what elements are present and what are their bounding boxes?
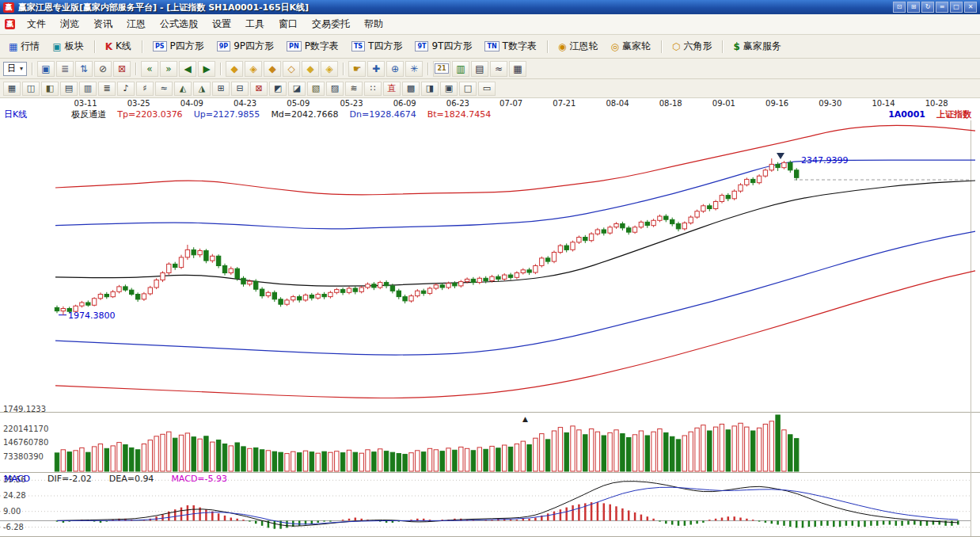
t-number-table-button[interactable]: TNT数字表 [479, 37, 542, 55]
period-selector[interactable]: 日▾ [3, 62, 27, 76]
toolbar-separator [220, 63, 221, 75]
gann-diamond-5-button[interactable]: ◆ [302, 61, 319, 77]
list-lines-button[interactable]: ≣ [98, 82, 116, 96]
titlebar-button-5[interactable]: □ [950, 2, 963, 13]
sectors-button[interactable]: ▣板块 [47, 37, 89, 55]
rect-tool-button[interactable]: ▭ [478, 82, 496, 96]
date-axis: 03-1103-2504-0904-2305-0905-2306-0906-23… [0, 98, 980, 109]
menu-item-3[interactable]: 资讯 [86, 14, 120, 34]
x-square-button[interactable]: ⊠ [250, 82, 268, 96]
next-bar-button[interactable]: ▶ [198, 61, 215, 77]
menu-item-1[interactable]: 文件 [20, 14, 53, 34]
gann-grid-button[interactable]: ▦ [3, 82, 21, 96]
titlebar-button-4[interactable]: ≡ [936, 2, 948, 13]
gann-diamond-4-button[interactable]: ◇ [283, 61, 300, 77]
menu-item-5[interactable]: 公式选股 [153, 14, 205, 34]
pattern-tool-button[interactable]: ▣ [37, 61, 55, 77]
wave-chart-button[interactable]: ≈ [490, 61, 507, 77]
note-symbol-button[interactable]: ♪ [117, 82, 135, 96]
menu-item-9[interactable]: 交易委托 [305, 14, 357, 34]
zoom-tool-button[interactable]: ⊕ [386, 61, 404, 77]
hexagon-button[interactable]: ⬡六角形 [667, 37, 717, 55]
corner-square-1-button-icon: ◩ [274, 84, 282, 93]
triangle-left-button-icon: ◭ [180, 84, 186, 93]
svg-text:1749.1233: 1749.1233 [3, 405, 46, 413]
p-number-table-button[interactable]: PNP数字表 [281, 37, 344, 55]
gann-diamond-6-button[interactable]: ◈ [321, 61, 338, 77]
gann-diamond-2-button[interactable]: ◈ [245, 61, 262, 77]
hand-tool-button[interactable]: ☛ [348, 61, 366, 77]
vertical-ruler-button[interactable]: 直 [383, 82, 401, 96]
t-square-button[interactable]: TST四方形 [346, 37, 408, 55]
empty-square-button-icon: □ [464, 84, 472, 93]
p-square-button[interactable]: PSP四方形 [147, 37, 210, 55]
triangle-right-button[interactable]: ◮ [193, 82, 211, 96]
zoom-tool-button-icon: ⊕ [391, 64, 399, 74]
titlebar-button-2[interactable]: ⊞ [907, 2, 920, 13]
right-half-square-button[interactable]: ◨ [421, 82, 439, 96]
diag-grid-2-button[interactable]: ▨ [326, 82, 344, 96]
svg-text:220141170: 220141170 [3, 425, 48, 433]
gann-wheel-button[interactable]: ◉江恩轮 [553, 37, 603, 55]
vline-grid-button[interactable]: ▥ [79, 82, 97, 96]
winner-wheel-button[interactable]: ◎赢家轮 [605, 37, 655, 55]
document-tool-button[interactable]: ≣ [56, 61, 74, 77]
titlebar-button-6[interactable]: ✕ [964, 2, 977, 13]
hand-tool-button-icon: ☛ [353, 64, 362, 74]
date-tick-5: 05-09 [284, 98, 313, 109]
crosshair-tool-button[interactable]: ✚ [367, 61, 385, 77]
menu-item-6[interactable]: 设置 [205, 14, 238, 34]
kline-view-button[interactable]: ▤ [471, 61, 488, 77]
date-tick-14: 09-16 [763, 98, 792, 109]
split-square-button[interactable]: ◫ [22, 82, 40, 96]
half-square-button[interactable]: ◧ [41, 82, 59, 96]
wave-lines-button[interactable]: ≈ [155, 82, 173, 96]
dots-grid-button[interactable]: ∷ [364, 82, 382, 96]
gann-wheel-button-label: 江恩轮 [569, 40, 598, 53]
macd-dif-value: DIF=-2.02 [47, 474, 92, 484]
channel-down-value: Dn=1928.4674 [350, 109, 416, 120]
sharp-symbol-button[interactable]: ♯ [136, 82, 154, 96]
winner-service-button[interactable]: $赢家服务 [727, 37, 786, 55]
calendar-21-button[interactable]: 21 [433, 61, 450, 77]
prev-bar-button[interactable]: ◀ [179, 61, 196, 77]
kline-button[interactable]: KK线 [100, 37, 137, 55]
dense-grid-button[interactable]: ▩ [402, 82, 420, 96]
gann-diamond-1-button[interactable]: ◆ [226, 61, 243, 77]
empty-square-button[interactable]: □ [459, 82, 477, 96]
corner-square-2-button-icon: ◪ [293, 84, 301, 93]
menu-item-4[interactable]: 江恩 [120, 14, 153, 34]
diag-grid-2-button-icon: ▨ [331, 84, 339, 93]
sectors-button-icon: ▣ [52, 41, 61, 52]
swap-axis-button[interactable]: ⇅ [75, 61, 93, 77]
boxed-square-button[interactable]: ▣ [440, 82, 458, 96]
titlebar-button-3[interactable]: ↻ [921, 2, 934, 13]
quotes-button[interactable]: ▦行情 [3, 37, 45, 55]
menu-item-7[interactable]: 工具 [238, 14, 272, 34]
corner-square-1-button[interactable]: ◩ [269, 82, 287, 96]
menu-item-2[interactable]: 浏览 [53, 14, 86, 34]
star-tool-button[interactable]: ✳ [405, 61, 423, 77]
delete-drawing-button[interactable]: ⊠ [113, 61, 131, 77]
titlebar-button-1[interactable]: ⊡ [893, 2, 906, 13]
menu-item-8[interactable]: 窗口 [272, 14, 305, 34]
last-bar-button[interactable]: » [160, 61, 177, 77]
plus-square-button[interactable]: ⊞ [212, 82, 230, 96]
boxed-square-button-icon: ▣ [445, 84, 453, 93]
gann-diamond-3-button[interactable]: ◆ [264, 61, 281, 77]
nine-p-square-button[interactable]: 9P9P四方形 [211, 37, 279, 55]
triangle-left-button[interactable]: ◭ [174, 82, 192, 96]
clear-zero-button-icon: ⊘ [99, 64, 107, 74]
double-wave-button[interactable]: ≋ [345, 82, 363, 96]
minus-square-button[interactable]: ⊟ [231, 82, 249, 96]
nine-t-square-button[interactable]: 9T9T四方形 [409, 37, 477, 55]
symbol-name: 上证指数 [936, 109, 971, 120]
first-bar-button[interactable]: « [141, 61, 158, 77]
corner-square-2-button[interactable]: ◪ [288, 82, 306, 96]
clear-zero-button[interactable]: ⊘ [94, 61, 112, 77]
menu-item-10[interactable]: 帮助 [357, 14, 390, 34]
grid-view-button[interactable]: ▦ [509, 61, 526, 77]
volume-chart-button[interactable]: ▥ [452, 61, 469, 77]
diag-grid-1-button[interactable]: ▧ [307, 82, 325, 96]
hline-grid-button[interactable]: ▤ [60, 82, 78, 96]
